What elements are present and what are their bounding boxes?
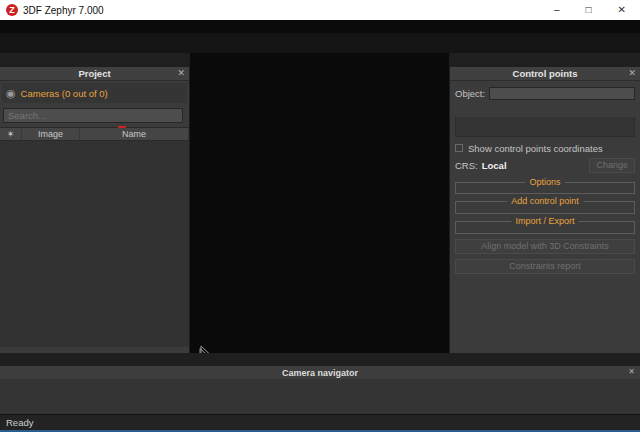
control-points-close-icon[interactable]: ✕ <box>628 68 636 78</box>
project-panel: Project ✕ ◉ Cameras (0 out of 0) ✶ Image… <box>0 53 190 353</box>
crs-change-button[interactable]: Change <box>589 158 635 173</box>
cameras-icon: ◉ <box>6 87 16 100</box>
import-export-title: Import / Export <box>511 216 578 226</box>
right-tab-bar <box>450 53 640 67</box>
title-bar: Z 3DF Zephyr 7.000 – □ ✕ <box>0 0 640 20</box>
star-column-icon[interactable]: ✶ <box>0 128 22 140</box>
crs-value: Local <box>482 160 586 171</box>
bottom-tab-bar <box>0 353 640 366</box>
coords-checkbox-row[interactable]: Show control points coordinates <box>455 141 635 155</box>
control-points-title: Control points <box>450 68 640 79</box>
image-list[interactable] <box>0 141 189 347</box>
cameras-group-header[interactable]: ◉ Cameras (0 out of 0) <box>2 83 187 103</box>
minimize-button[interactable]: – <box>554 3 560 17</box>
search-input[interactable] <box>3 108 183 123</box>
object-label: Object: <box>455 88 485 99</box>
align-model-button[interactable]: Align model with 3D Constraints <box>455 239 635 254</box>
maximize-button[interactable]: □ <box>586 3 592 17</box>
status-bar: Ready <box>0 414 640 430</box>
camera-navigator-close-icon[interactable]: ✕ <box>628 367 635 376</box>
camera-navigator-title: Camera navigator <box>0 368 640 378</box>
import-export-group: Import / Export <box>455 221 635 234</box>
add-control-point-group: Add control point <box>455 201 635 214</box>
coords-checkbox[interactable] <box>455 144 463 152</box>
bottom-panel: Camera navigator ✕ <box>0 353 640 414</box>
control-points-table[interactable] <box>455 117 635 137</box>
cameras-label: Cameras (0 out of 0) <box>21 88 108 99</box>
close-button[interactable]: ✕ <box>618 3 626 17</box>
control-points-table-header <box>455 104 635 117</box>
app-logo-icon: Z <box>6 4 18 16</box>
name-column-header[interactable]: Name <box>80 128 189 140</box>
toolbar <box>0 33 640 53</box>
gcp-panel: Control points ✕ Object: Show control po… <box>449 53 640 353</box>
coords-checkbox-label: Show control points coordinates <box>468 143 603 154</box>
app-window: Z 3DF Zephyr 7.000 – □ ✕ Project ✕ ◉ Cam… <box>0 0 640 432</box>
constraints-report-button[interactable]: Constraints report <box>455 259 635 274</box>
menu-bar <box>0 20 640 33</box>
window-title: 3DF Zephyr 7.000 <box>23 5 554 16</box>
options-group: Options <box>455 182 635 194</box>
project-panel-title: Project <box>0 68 189 79</box>
project-panel-close-icon[interactable]: ✕ <box>177 68 185 78</box>
image-column-header[interactable]: Image <box>22 128 80 140</box>
crs-label: CRS: <box>455 160 478 171</box>
sort-indicator <box>118 126 126 128</box>
status-text: Ready <box>6 417 33 428</box>
camera-navigator-body[interactable] <box>0 379 640 414</box>
left-tab-bar <box>0 53 189 67</box>
object-input[interactable] <box>489 87 635 100</box>
options-group-title: Options <box>525 177 564 187</box>
axis-gizmo <box>190 53 449 203</box>
viewport-3d[interactable] <box>190 53 449 353</box>
measure-tool-icon[interactable] <box>198 345 212 353</box>
add-control-point-title: Add control point <box>507 196 583 206</box>
image-list-column-headers[interactable]: ✶ Image Name <box>0 127 189 141</box>
